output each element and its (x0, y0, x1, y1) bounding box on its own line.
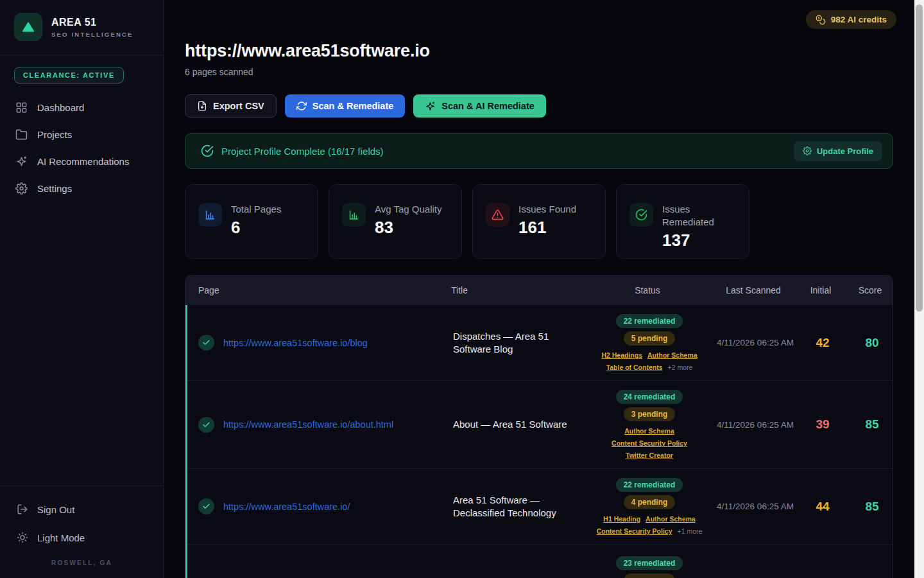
issue-link[interactable]: Author Schema (624, 427, 674, 435)
stat-value: 161 (518, 218, 576, 238)
sidebar-spacer (0, 202, 164, 486)
gear-icon (803, 146, 812, 155)
scan-remediate-button[interactable]: Scan & Remediate (285, 94, 406, 118)
page-title-cell: Dispatches — Area 51 Software Blog (438, 330, 585, 356)
scan-remediate-label: Scan & Remediate (312, 101, 394, 111)
banner-message-group: Project Profile Complete (16/17 fields) (201, 144, 384, 157)
main-content: 982 AI credits https://www.area51softwar… (164, 0, 914, 578)
column-header-title: Title (436, 285, 583, 295)
stat-card-issues-found: Issues Found 161 (472, 184, 606, 259)
update-profile-button[interactable]: Update Profile (794, 141, 882, 161)
more-issues-label: +1 more (678, 527, 703, 535)
brand: AREA 51 SEO INTELLIGENCE (0, 0, 164, 55)
page-cell: https://www.area51software.io/blog (187, 335, 438, 351)
banner-message: Project Profile Complete (16/17 fields) (221, 146, 384, 157)
stat-label: Total Pages (231, 203, 281, 216)
page-url-link[interactable]: https://www.area51software.io/about.html (223, 419, 393, 430)
initial-score-cell: 42 (797, 336, 848, 350)
issue-link[interactable]: Author Schema (647, 351, 697, 359)
page-cell: https://www.area51software.io/ (187, 498, 438, 514)
scan-ai-remediate-button[interactable]: Scan & AI Remediate (413, 94, 546, 118)
remediated-badge: 22 remediated (616, 478, 683, 492)
sidebar-item-label: Settings (37, 183, 72, 194)
pending-badge: 5 pending (624, 331, 676, 346)
sidebar-item-ai-recommendations[interactable]: AI Recommendations (0, 148, 164, 175)
page-title-cell: About — Area 51 Software (438, 418, 585, 431)
issue-link[interactable]: Content Security Policy (597, 527, 672, 535)
scan-ai-remediate-label: Scan & AI Remediate (441, 101, 535, 111)
sidebar-item-label: AI Recommendations (37, 156, 129, 167)
status-cell: 24 remediated 3 pending Author Schema Co… (585, 381, 714, 468)
action-buttons: Export CSV Scan & Remediate Scan & AI Re… (185, 94, 914, 118)
folder-icon (15, 128, 28, 141)
status-cell: 22 remediated 4 pending H1 Heading Autho… (585, 469, 714, 544)
stat-card-total-pages: Total Pages 6 (185, 184, 318, 259)
check-icon (198, 498, 214, 514)
score-cell: 85 (848, 417, 893, 432)
issue-link[interactable]: H1 Heading (603, 515, 640, 523)
initial-score-cell: 44 (797, 500, 848, 514)
sidebar-item-label: Projects (37, 129, 72, 140)
issue-links: Author Schema Content Security Policy Tw… (588, 427, 711, 459)
profile-complete-banner: Project Profile Complete (16/17 fields) … (185, 133, 893, 169)
issue-link[interactable]: Twitter Creator (626, 451, 673, 459)
remediated-badge: 24 remediated (616, 390, 683, 404)
table-body: https://www.area51software.io/blog Dispa… (185, 305, 893, 578)
brand-name: AREA 51 (51, 17, 133, 28)
sun-icon (17, 532, 28, 543)
remediated-badge: 22 remediated (616, 314, 683, 328)
remediated-badge: 23 remediated (616, 556, 683, 570)
page-cell: https://www.area51software.io/about.html (187, 417, 438, 433)
scrollbar-track[interactable] (914, 0, 924, 578)
sidebar-item-dashboard[interactable]: Dashboard (0, 94, 164, 121)
issue-link[interactable]: Content Security Policy (612, 439, 687, 447)
check-circle-icon (201, 144, 214, 157)
sign-out-label: Sign Out (37, 504, 74, 515)
sparkles-icon (15, 155, 28, 168)
ai-credits-label: 982 AI credits (831, 15, 887, 24)
topbar: 982 AI credits (185, 10, 914, 29)
more-issues-label: +2 more (668, 363, 693, 371)
column-header-last-scanned: Last Scanned (712, 285, 795, 295)
table-row: https://www.area51software.io/blog Dispa… (187, 305, 893, 380)
export-csv-label: Export CSV (213, 101, 264, 111)
status-cell: 23 remediated (585, 545, 714, 578)
pending-badge: 3 pending (624, 407, 676, 421)
sign-out-button[interactable]: Sign Out (0, 495, 164, 523)
ai-credits-badge[interactable]: 982 AI credits (806, 10, 896, 29)
bar-chart-icon (342, 203, 366, 227)
issue-links: H2 Headings Author Schema Table of Conte… (588, 351, 711, 371)
sidebar-item-projects[interactable]: Projects (0, 121, 164, 148)
stat-card-issues-remediated: Issues Remediated 137 (616, 184, 749, 259)
column-header-page: Page (185, 285, 436, 295)
scrollbar-thumb[interactable] (916, 4, 923, 311)
column-header-score: Score (846, 285, 893, 295)
last-scanned-cell: 4/11/2026 06:25 AM (714, 338, 797, 347)
page-url-link[interactable]: https://www.area51software.io/ (223, 502, 350, 512)
initial-score-cell: 39 (797, 417, 848, 432)
stat-value: 83 (375, 218, 442, 238)
light-mode-toggle[interactable]: Light Mode (0, 523, 164, 552)
sidebar-nav: Dashboard Projects AI Recommendations Se… (0, 94, 164, 202)
stat-text: Issues Found 161 (518, 203, 576, 238)
pending-badge (624, 574, 675, 578)
issue-link[interactable]: Author Schema (646, 515, 696, 523)
page-url-link[interactable]: https://www.area51software.io/blog (223, 338, 368, 348)
sign-out-icon (17, 504, 28, 515)
stat-text: Avg Tag Quality 83 (375, 203, 442, 238)
pages-table: Page Title Status Last Scanned Initial S… (185, 275, 893, 578)
table-row: https://www.area51software.io/ Area 51 S… (187, 468, 893, 544)
stat-value: 6 (231, 218, 281, 238)
coins-icon (816, 15, 826, 25)
sidebar-item-settings[interactable]: Settings (0, 175, 164, 202)
refresh-icon (296, 101, 307, 111)
column-header-initial: Initial (795, 285, 846, 295)
brand-text: AREA 51 SEO INTELLIGENCE (51, 17, 133, 38)
issue-link[interactable]: H2 Headings (601, 351, 642, 359)
export-csv-button[interactable]: Export CSV (185, 94, 277, 118)
stat-label: Issues Remediated (662, 203, 736, 229)
table-header: Page Title Status Last Scanned Initial S… (185, 276, 893, 305)
issue-link[interactable]: Table of Contents (606, 363, 663, 371)
clearance-badge: CLEARANCE: ACTIVE (14, 67, 124, 83)
file-download-icon (197, 101, 207, 111)
